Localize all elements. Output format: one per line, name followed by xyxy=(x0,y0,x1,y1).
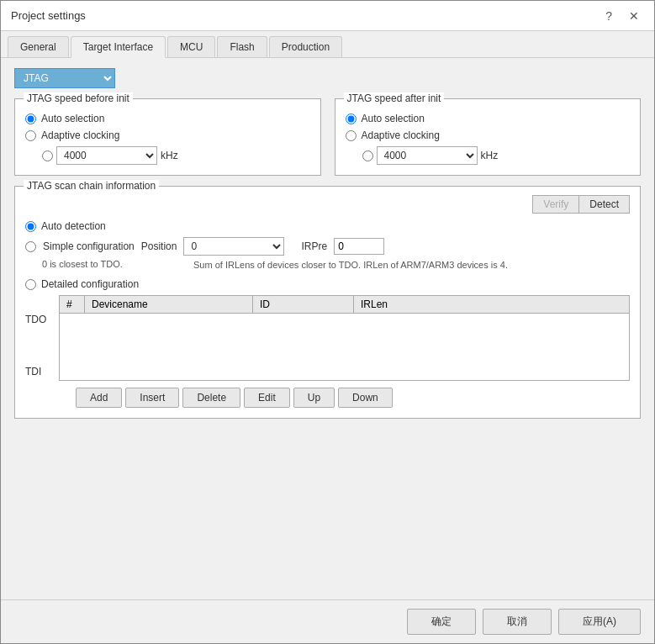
bottom-bar: 确定 取消 应用(A) xyxy=(1,599,654,643)
before-auto-radio[interactable] xyxy=(25,113,36,124)
hint-row: 0 is closest to TDO. Sum of IRLens of de… xyxy=(25,259,630,272)
col-hash: # xyxy=(60,296,85,314)
tab-production[interactable]: Production xyxy=(269,36,342,57)
scan-chain-legend: JTAG scan chain information xyxy=(24,180,159,192)
col-irlen: IRLen xyxy=(354,296,630,314)
jtag-after-init-legend: JTAG speed after init xyxy=(344,92,445,104)
auto-detection-label: Auto detection xyxy=(41,220,106,232)
after-speed-select[interactable]: 4000 8000 12000 16000 xyxy=(377,146,478,165)
speed-groups: JTAG speed before init Auto selection Ad… xyxy=(14,98,641,186)
up-button[interactable]: Up xyxy=(293,388,335,408)
scan-action-buttons: Verify Detect xyxy=(532,195,630,214)
jtag-after-init-group: JTAG speed after init Auto selection Ada… xyxy=(335,98,642,176)
tdo-label: TDO xyxy=(25,314,59,325)
simple-config-section: Simple configuration Position 0 1 2 IRPr… xyxy=(25,237,630,272)
detailed-config-label: Detailed configuration xyxy=(41,278,139,290)
position-label: Position xyxy=(141,240,177,252)
after-speed-input-row: 4000 8000 12000 16000 kHz xyxy=(362,146,631,165)
before-khz-label: kHz xyxy=(161,150,178,161)
jtag-before-init-group: JTAG speed before init Auto selection Ad… xyxy=(14,98,321,176)
col-id: ID xyxy=(253,296,354,314)
help-button[interactable]: ? xyxy=(600,8,617,24)
simple-config-row: Simple configuration Position 0 1 2 IRPr… xyxy=(25,237,630,256)
device-table-body xyxy=(60,314,630,381)
down-button[interactable]: Down xyxy=(338,388,393,408)
before-speed-select[interactable]: 4000 8000 12000 16000 xyxy=(56,146,157,165)
delete-button[interactable]: Delete xyxy=(182,388,240,408)
device-table: # Devicename ID IRLen xyxy=(59,295,630,381)
interface-select[interactable]: JTAG SWD cJTAG xyxy=(14,68,115,88)
detailed-config-radio-row[interactable]: Detailed configuration xyxy=(25,278,630,290)
tdi-label: TDI xyxy=(25,366,59,377)
ok-button[interactable]: 确定 xyxy=(407,609,476,635)
insert-button[interactable]: Insert xyxy=(125,388,179,408)
scan-chain-header: Verify Detect xyxy=(25,195,630,214)
cancel-button[interactable]: 取消 xyxy=(483,609,552,635)
after-adaptive-radio[interactable] xyxy=(346,130,357,141)
after-adaptive-label: Adaptive clocking xyxy=(362,129,440,141)
irpre-input[interactable]: 0 xyxy=(334,238,384,255)
before-custom-radio[interactable] xyxy=(42,150,53,161)
auto-detection-radio-row[interactable]: Auto detection xyxy=(25,220,630,232)
tab-general[interactable]: General xyxy=(8,36,69,57)
detailed-config-radio[interactable] xyxy=(25,279,36,290)
table-empty-row xyxy=(60,314,630,381)
edit-button[interactable]: Edit xyxy=(244,388,290,408)
tab-flash[interactable]: Flash xyxy=(217,36,267,57)
scan-chain-group: JTAG scan chain information Verify Detec… xyxy=(14,186,641,419)
title-bar: Project settings ? ✕ xyxy=(1,1,654,31)
main-content: JTAG SWD cJTAG JTAG speed before init Au… xyxy=(1,58,654,599)
dialog: Project settings ? ✕ General Target Inte… xyxy=(0,0,655,644)
after-custom-radio[interactable] xyxy=(362,150,373,161)
after-adaptive-radio-row[interactable]: Adaptive clocking xyxy=(346,129,631,141)
after-khz-label: kHz xyxy=(481,150,499,161)
close-button[interactable]: ✕ xyxy=(624,8,644,24)
tab-mcu[interactable]: MCU xyxy=(167,36,215,57)
device-table-wrapper: # Devicename ID IRLen xyxy=(59,295,630,381)
interface-select-row: JTAG SWD cJTAG xyxy=(14,68,641,88)
device-table-container: TDO TDI # Devicename ID IRLen xyxy=(25,295,630,381)
after-auto-radio[interactable] xyxy=(346,113,357,124)
before-auto-radio-row[interactable]: Auto selection xyxy=(25,113,310,124)
detect-button[interactable]: Detect xyxy=(579,195,630,214)
after-auto-label: Auto selection xyxy=(362,113,425,124)
hint-left: 0 is closest to TDO. xyxy=(25,259,193,272)
tab-bar: General Target Interface MCU Flash Produ… xyxy=(1,31,654,58)
dialog-title: Project settings xyxy=(11,9,86,22)
add-button[interactable]: Add xyxy=(76,388,122,408)
before-speed-input-row: 4000 8000 12000 16000 kHz xyxy=(42,146,310,165)
verify-button[interactable]: Verify xyxy=(532,195,579,214)
before-adaptive-radio[interactable] xyxy=(25,130,36,141)
irpre-label: IRPre xyxy=(301,240,327,252)
tab-target-interface[interactable]: Target Interface xyxy=(71,36,166,58)
apply-button[interactable]: 应用(A) xyxy=(558,609,641,635)
before-adaptive-radio-row[interactable]: Adaptive clocking xyxy=(25,129,310,141)
after-auto-radio-row[interactable]: Auto selection xyxy=(346,113,631,124)
action-buttons: Add Insert Delete Edit Up Down xyxy=(76,388,630,408)
simple-config-label: Simple configuration xyxy=(43,240,135,252)
hint-right: Sum of IRLens of devices closer to TDO. … xyxy=(193,259,630,272)
jtag-before-init-legend: JTAG speed before init xyxy=(24,92,133,104)
col-devicename: Devicename xyxy=(85,296,253,314)
simple-config-radio[interactable] xyxy=(25,241,36,252)
detailed-config-section: Detailed configuration TDO TDI # Devicen… xyxy=(25,278,630,408)
tdo-tdi-label-col: TDO TDI xyxy=(25,295,59,381)
position-select[interactable]: 0 1 2 xyxy=(183,237,284,256)
auto-detection-radio[interactable] xyxy=(25,221,36,232)
before-auto-label: Auto selection xyxy=(41,113,104,124)
before-adaptive-label: Adaptive clocking xyxy=(41,129,119,141)
